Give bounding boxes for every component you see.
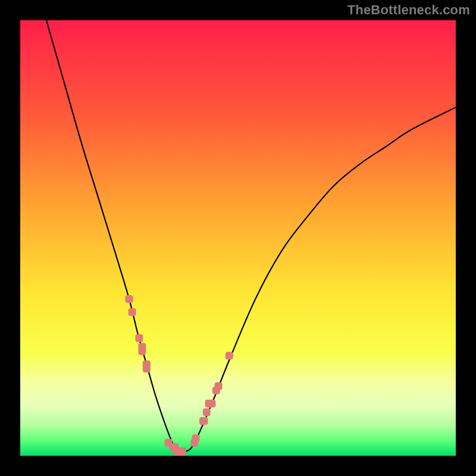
highlight-point bbox=[215, 382, 223, 390]
plot-background bbox=[20, 20, 456, 456]
chart-stage: TheBottleneck.com bbox=[0, 0, 476, 476]
highlight-point bbox=[143, 361, 151, 368]
highlight-point bbox=[129, 308, 136, 316]
highlight-point bbox=[126, 295, 133, 303]
frame-left bbox=[0, 0, 20, 476]
watermark-text: TheBottleneck.com bbox=[347, 2, 470, 18]
highlight-point bbox=[135, 334, 143, 342]
highlight-point bbox=[138, 347, 146, 355]
highlight-point bbox=[178, 447, 186, 455]
highlight-point bbox=[226, 352, 233, 359]
highlight-point bbox=[192, 434, 199, 442]
frame-right bbox=[456, 0, 476, 476]
highlight-point bbox=[200, 417, 208, 425]
frame-bottom bbox=[0, 456, 476, 476]
highlight-point bbox=[203, 408, 211, 416]
bottleneck-chart bbox=[0, 0, 476, 476]
highlight-point bbox=[208, 400, 216, 408]
